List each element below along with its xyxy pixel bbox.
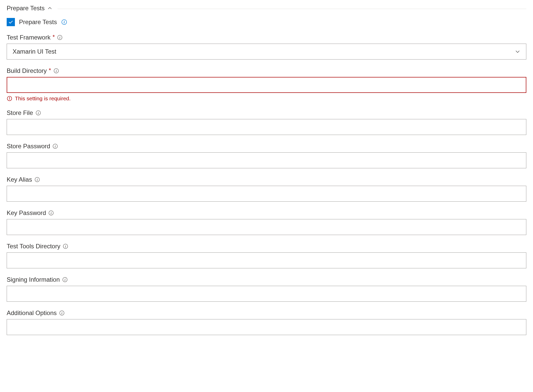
info-icon[interactable]: i bbox=[34, 177, 40, 183]
additional-options-input[interactable] bbox=[7, 319, 526, 335]
prepare-tests-checkbox-label: Prepare Tests bbox=[19, 18, 57, 26]
signing-information-row: Signing Information i bbox=[7, 276, 526, 302]
store-password-row: Store Password i bbox=[7, 143, 526, 168]
build-directory-label: Build Directory bbox=[7, 67, 47, 74]
section-title: Prepare Tests bbox=[7, 5, 45, 12]
signing-information-label-line: Signing Information i bbox=[7, 276, 526, 283]
section-divider bbox=[58, 9, 526, 9]
additional-options-row: Additional Options i bbox=[7, 309, 526, 335]
store-password-input[interactable] bbox=[7, 152, 526, 168]
info-icon[interactable]: i bbox=[48, 210, 54, 216]
additional-options-label: Additional Options bbox=[7, 309, 57, 317]
info-icon[interactable]: i bbox=[35, 110, 41, 116]
error-icon bbox=[7, 96, 12, 101]
store-file-row: Store File i bbox=[7, 109, 526, 135]
svg-text:i: i bbox=[64, 278, 65, 282]
svg-text:i: i bbox=[38, 111, 39, 115]
required-asterisk: * bbox=[49, 67, 51, 74]
key-password-label: Key Password bbox=[7, 209, 46, 217]
svg-text:i: i bbox=[65, 245, 66, 248]
key-alias-label-line: Key Alias i bbox=[7, 176, 526, 183]
test-tools-directory-input[interactable] bbox=[7, 252, 526, 268]
store-password-label: Store Password bbox=[7, 143, 50, 150]
signing-information-input[interactable] bbox=[7, 286, 526, 302]
build-directory-input[interactable] bbox=[7, 77, 526, 93]
signing-information-label: Signing Information bbox=[7, 276, 60, 283]
info-icon[interactable]: i bbox=[62, 277, 68, 283]
build-directory-error: This setting is required. bbox=[7, 95, 526, 102]
build-directory-error-text: This setting is required. bbox=[15, 95, 71, 102]
section-header[interactable]: Prepare Tests bbox=[7, 5, 526, 12]
info-icon[interactable]: i bbox=[53, 68, 59, 74]
prepare-tests-checkbox[interactable] bbox=[7, 18, 15, 26]
chevron-down-icon bbox=[515, 49, 520, 54]
svg-text:i: i bbox=[51, 211, 52, 215]
info-icon[interactable]: i bbox=[61, 19, 67, 25]
build-directory-row: Build Directory * i This setting is requ… bbox=[7, 67, 526, 102]
store-file-label-line: Store File i bbox=[7, 109, 526, 116]
form-container: Prepare Tests Prepare Tests i Test Frame… bbox=[0, 0, 533, 350]
store-password-label-line: Store Password i bbox=[7, 143, 526, 150]
test-framework-row: Test Framework * i Xamarin UI Test bbox=[7, 34, 526, 60]
key-alias-input[interactable] bbox=[7, 186, 526, 202]
test-framework-label: Test Framework bbox=[7, 34, 51, 41]
build-directory-label-line: Build Directory * i bbox=[7, 67, 526, 74]
store-file-label: Store File bbox=[7, 109, 33, 116]
svg-point-8 bbox=[9, 99, 10, 100]
test-tools-directory-row: Test Tools Directory i bbox=[7, 243, 526, 268]
info-icon[interactable]: i bbox=[62, 243, 69, 249]
svg-text:i: i bbox=[56, 69, 57, 73]
key-alias-label: Key Alias bbox=[7, 176, 32, 183]
store-file-input[interactable] bbox=[7, 119, 526, 135]
test-framework-select[interactable]: Xamarin UI Test bbox=[7, 44, 526, 60]
additional-options-label-line: Additional Options i bbox=[7, 309, 526, 317]
svg-text:i: i bbox=[59, 36, 60, 40]
info-icon[interactable]: i bbox=[52, 143, 58, 149]
key-password-input[interactable] bbox=[7, 219, 526, 235]
key-alias-row: Key Alias i bbox=[7, 176, 526, 202]
test-tools-directory-label-line: Test Tools Directory i bbox=[7, 243, 526, 250]
info-icon[interactable]: i bbox=[57, 34, 63, 41]
prepare-tests-checkbox-row: Prepare Tests i bbox=[7, 18, 526, 26]
svg-text:i: i bbox=[55, 145, 56, 148]
test-framework-value: Xamarin UI Test bbox=[13, 48, 56, 55]
svg-text:i: i bbox=[64, 20, 65, 24]
test-tools-directory-label: Test Tools Directory bbox=[7, 243, 60, 250]
test-framework-label-line: Test Framework * i bbox=[7, 34, 526, 41]
chevron-up-icon[interactable] bbox=[47, 6, 52, 11]
required-asterisk: * bbox=[53, 34, 55, 40]
svg-text:i: i bbox=[61, 311, 62, 315]
key-password-label-line: Key Password i bbox=[7, 209, 526, 217]
info-icon[interactable]: i bbox=[59, 310, 65, 316]
key-password-row: Key Password i bbox=[7, 209, 526, 235]
svg-text:i: i bbox=[37, 178, 38, 182]
